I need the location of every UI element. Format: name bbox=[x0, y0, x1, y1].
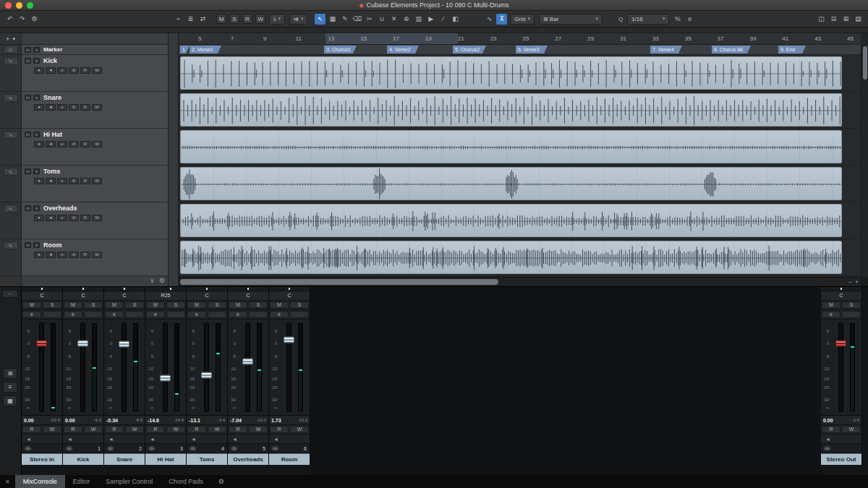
read-button[interactable]: R bbox=[822, 426, 841, 433]
fader-value[interactable]: -0.34 bbox=[106, 418, 118, 423]
track-list-splitter[interactable] bbox=[169, 33, 179, 286]
track-solo-button[interactable]: s bbox=[33, 168, 40, 174]
insert-slot[interactable] bbox=[249, 311, 268, 318]
solo-button[interactable]: S bbox=[125, 301, 144, 309]
track-mute-button[interactable]: m bbox=[25, 58, 31, 64]
grid-type-dropdown[interactable]: ⊞ Bar ▾ bbox=[539, 14, 603, 25]
mute-button[interactable]: M bbox=[187, 301, 206, 309]
audio-track-type-icon[interactable]: ∿ bbox=[4, 241, 18, 249]
edit-channel-button[interactable]: e bbox=[187, 311, 206, 318]
pan-control[interactable]: C bbox=[22, 291, 62, 301]
mixer-zones-icon[interactable]: ⊞ bbox=[3, 368, 17, 379]
volume-fader[interactable] bbox=[205, 323, 208, 411]
tab-sampler-control[interactable]: Sampler Control bbox=[98, 475, 161, 488]
suspend-automation-dropdown[interactable]: ⤓▾ bbox=[269, 14, 285, 25]
read-button[interactable]: R bbox=[22, 426, 41, 433]
undo-icon[interactable]: ↶ bbox=[4, 14, 15, 25]
locator-range[interactable] bbox=[326, 33, 458, 44]
insert-slot[interactable] bbox=[43, 311, 61, 318]
channel-name[interactable]: Stereo In bbox=[22, 453, 62, 465]
channel-name[interactable]: Snare bbox=[104, 453, 145, 465]
tab-editor[interactable]: Editor bbox=[65, 475, 98, 488]
fader-cap[interactable] bbox=[242, 359, 253, 365]
track-solo-button[interactable]: s bbox=[33, 47, 40, 53]
redo-icon[interactable]: ↷ bbox=[17, 14, 27, 25]
ruler[interactable]: 579111315171921232527293133353739414345 bbox=[179, 33, 861, 45]
track-mute-button[interactable]: m bbox=[25, 168, 31, 174]
monitor-icon[interactable]: ◄ bbox=[273, 437, 278, 442]
snap-to-zero-crossing-icon[interactable]: ∿ bbox=[484, 14, 495, 25]
mute-tool[interactable]: ✕ bbox=[388, 14, 399, 25]
edit-channel-button[interactable]: e bbox=[57, 215, 67, 221]
draw-tool[interactable]: ✎ bbox=[339, 14, 350, 25]
audio-track-type-icon[interactable]: ∿ bbox=[4, 205, 18, 213]
solo-button[interactable]: S bbox=[249, 301, 268, 309]
edit-channel-button[interactable]: e bbox=[57, 67, 67, 74]
marker-event[interactable]: 4. Verse2 bbox=[387, 46, 419, 53]
channel-name[interactable]: Overheads bbox=[228, 453, 268, 465]
monitor-icon[interactable]: ◄ bbox=[67, 437, 72, 442]
solo-button[interactable]: S bbox=[43, 301, 61, 309]
zoom-in-icon[interactable]: + bbox=[855, 278, 859, 286]
write-button[interactable]: W bbox=[166, 426, 185, 433]
audio-track-type-icon[interactable]: ∿ bbox=[4, 131, 18, 139]
racks-icon[interactable]: ▦ bbox=[3, 395, 17, 406]
vertical-scrollbar[interactable] bbox=[861, 45, 868, 277]
glue-tool[interactable]: ∪ bbox=[376, 14, 387, 25]
mute-button[interactable]: M bbox=[105, 301, 124, 309]
record-arm-button[interactable]: ● bbox=[34, 141, 44, 147]
monitor-icon[interactable]: ◄ bbox=[150, 437, 155, 442]
track-mute-button[interactable]: m bbox=[25, 242, 31, 248]
write-automation-button[interactable]: W bbox=[92, 67, 102, 74]
marker-event[interactable]: 6. Verse3 bbox=[516, 46, 548, 53]
read-automation-button[interactable]: R bbox=[80, 104, 90, 111]
mute-button[interactable]: M bbox=[229, 301, 247, 309]
read-button[interactable]: R bbox=[229, 426, 247, 433]
read-button[interactable]: R bbox=[105, 426, 124, 433]
volume-fader[interactable] bbox=[163, 323, 167, 411]
pan-control[interactable]: C bbox=[104, 291, 145, 301]
track-row-room[interactable]: msRoom●◄e⊘RW bbox=[22, 239, 168, 276]
fader-value[interactable]: 0.00 bbox=[65, 418, 75, 423]
write-automation-button[interactable]: W bbox=[92, 252, 102, 258]
collapse-tracks-icon[interactable]: ∨ bbox=[150, 277, 155, 284]
marker-event[interactable]: 1. Intro bbox=[180, 46, 190, 53]
track-list-caret-icon[interactable]: ▾ bbox=[12, 36, 15, 42]
audio-event[interactable] bbox=[180, 130, 842, 163]
marker-event[interactable]: 7. Verse4 bbox=[650, 46, 682, 53]
monitor-icon[interactable]: ◄ bbox=[232, 437, 237, 442]
fader-value[interactable]: -14.6 bbox=[148, 418, 159, 423]
fader-cap[interactable] bbox=[284, 337, 294, 343]
fader-cap[interactable] bbox=[36, 341, 47, 347]
channel-name[interactable]: Room bbox=[269, 453, 310, 465]
monitor-icon[interactable]: ◄ bbox=[825, 437, 830, 442]
fader-value[interactable]: 0.00 bbox=[823, 418, 833, 423]
read-automation-button[interactable]: R bbox=[80, 252, 90, 258]
horizontal-scrollbar[interactable]: − + bbox=[179, 277, 861, 286]
marker-event[interactable]: 5. Chorus2 bbox=[453, 46, 486, 53]
record-arm-button[interactable]: ● bbox=[34, 215, 44, 221]
read-button[interactable]: R bbox=[270, 426, 289, 433]
write-button[interactable]: W bbox=[842, 426, 861, 433]
zoom-tool[interactable]: ⊕ bbox=[401, 14, 412, 25]
track-row-toms[interactable]: msToms●◄e⊘RW bbox=[22, 166, 168, 202]
monitor-button[interactable]: ◄ bbox=[46, 141, 56, 147]
channel-name[interactable]: Toms bbox=[187, 453, 227, 465]
iterative-quantize-icon[interactable]: % bbox=[672, 14, 683, 25]
edit-channel-button[interactable]: e bbox=[229, 311, 247, 318]
mute-button[interactable]: M bbox=[22, 301, 41, 309]
insert-bypass-button[interactable]: ⊘ bbox=[69, 104, 79, 111]
volume-fader[interactable] bbox=[839, 323, 843, 411]
read-button[interactable]: R bbox=[146, 426, 165, 433]
audio-event[interactable] bbox=[180, 241, 842, 274]
fader-value[interactable]: 0.00 bbox=[24, 418, 34, 423]
channel-name[interactable]: Hi Hat bbox=[145, 453, 186, 465]
edit-channel-button[interactable]: e bbox=[57, 178, 67, 184]
fader-cap[interactable] bbox=[160, 374, 171, 381]
monitor-icon[interactable]: ◄ bbox=[109, 437, 114, 442]
monitor-icon[interactable]: ◄ bbox=[191, 437, 196, 442]
monitor-icon[interactable]: ◄ bbox=[26, 437, 31, 442]
volume-fader[interactable] bbox=[40, 323, 43, 411]
marker-lane[interactable]: 1. Intro2. Verse13. Chorus14. Verse25. C… bbox=[179, 45, 861, 55]
write-automation-button[interactable]: W bbox=[92, 178, 102, 184]
